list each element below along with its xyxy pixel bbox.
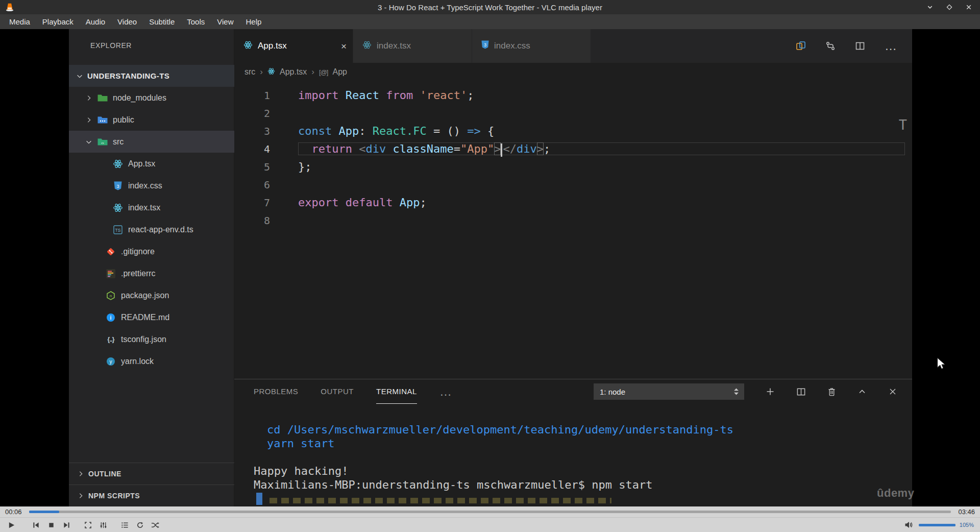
- tree-item-gitignore[interactable]: .gitignore: [69, 240, 234, 262]
- volume-slider[interactable]: [919, 524, 955, 526]
- close-button[interactable]: [965, 3, 973, 11]
- menu-view[interactable]: View: [211, 14, 239, 29]
- terminal-selector-value: 1: node: [600, 388, 625, 396]
- terminal-output[interactable]: cd /Users/mschwarzmueller/development/te…: [254, 404, 902, 506]
- tab-label: App.tsx: [258, 41, 287, 51]
- chevron-right-icon: [76, 470, 85, 477]
- kill-terminal-button[interactable]: [827, 387, 836, 397]
- section-outline[interactable]: OUTLINE: [69, 463, 234, 485]
- folder-public-icon: [96, 116, 109, 124]
- tree-item-tsconfig[interactable]: {..} tsconfig.json: [69, 328, 234, 350]
- line-number: 8: [234, 214, 270, 227]
- tree-item-src[interactable]: ‹› src: [69, 131, 234, 153]
- tree-item-label: .gitignore: [121, 247, 155, 256]
- playlist-button[interactable]: [118, 519, 131, 531]
- open-changes-button[interactable]: [796, 41, 806, 51]
- tab-label: index.css: [494, 41, 530, 51]
- speaker-icon[interactable]: [902, 519, 915, 531]
- tree-item-node-modules[interactable]: node_modules: [69, 87, 234, 109]
- tree-root-understanding-ts[interactable]: UNDERSTANDING-TS: [69, 65, 234, 87]
- loop-button[interactable]: [134, 519, 146, 531]
- video-area[interactable]: EXPLORER UNDERSTANDING-TS node_modules: [0, 29, 980, 506]
- breadcrumb-symbol[interactable]: App: [332, 67, 347, 77]
- code-editor[interactable]: 1 import React from 'react'; 2 3 const A…: [234, 81, 912, 379]
- split-editor-button[interactable]: [855, 41, 865, 51]
- tab-index-tsx[interactable]: index.tsx: [353, 29, 472, 63]
- tree-item-package-json[interactable]: n package.json: [69, 284, 234, 306]
- minimap: T: [899, 117, 907, 133]
- tab-index-css[interactable]: 3 index.css: [472, 29, 591, 63]
- titlebar: 3 - How Do React + TypeScript Work Toget…: [0, 0, 980, 14]
- sidebar-sections: OUTLINE NPM SCRIPTS: [69, 463, 234, 506]
- panel-tab-output[interactable]: OUTPUT: [321, 379, 354, 404]
- tree-item-react-app-env[interactable]: TS react-app-env.d.ts: [69, 219, 234, 240]
- menu-playback[interactable]: Playback: [36, 14, 80, 29]
- prettier-icon: [105, 269, 117, 278]
- braces-icon: {..}: [105, 335, 117, 343]
- svg-text:n: n: [110, 294, 112, 298]
- line-number: 3: [234, 125, 270, 137]
- breadcrumb-src[interactable]: src: [244, 67, 255, 77]
- tree-item-label: tsconfig.json: [121, 335, 166, 344]
- vlc-window: 3 - How Do React + TypeScript Work Toget…: [0, 0, 980, 532]
- stop-button[interactable]: [45, 519, 57, 531]
- close-panel-button[interactable]: [888, 387, 897, 396]
- fullscreen-button[interactable]: [82, 519, 94, 531]
- menu-video[interactable]: Video: [111, 14, 143, 29]
- terminal-line: cd /Users/mschwarzmueller/development/te…: [254, 423, 902, 437]
- panel-more-button[interactable]: …: [439, 389, 453, 394]
- tree-item-index-css[interactable]: 3 index.css: [69, 175, 234, 197]
- terminal-partial-line: [270, 498, 611, 503]
- menu-tools[interactable]: Tools: [181, 14, 211, 29]
- chevron-down-icon: [84, 138, 93, 146]
- play-button[interactable]: [5, 519, 17, 531]
- text-cursor: [501, 143, 502, 157]
- menu-subtitle[interactable]: Subtitle: [143, 14, 181, 29]
- playback-controls: 105%: [0, 517, 980, 532]
- dropdown-arrows-icon: [733, 388, 739, 396]
- panel-tab-terminal[interactable]: TERMINAL: [376, 379, 417, 404]
- chevron-right-icon: ›: [311, 67, 314, 77]
- tree-item-label: package.json: [121, 291, 169, 300]
- menu-help[interactable]: Help: [240, 14, 268, 29]
- typescript-icon: TS: [112, 225, 124, 234]
- maximize-panel-button[interactable]: [857, 387, 867, 396]
- new-terminal-button[interactable]: [766, 387, 775, 396]
- react-icon: [243, 40, 253, 52]
- menu-media[interactable]: Media: [3, 14, 36, 29]
- tree-item-public[interactable]: public: [69, 109, 234, 131]
- shuffle-button[interactable]: [149, 519, 161, 531]
- code-line-6: 6: [234, 176, 912, 194]
- terminal-cursor-row: [254, 492, 902, 505]
- window-controls: [926, 0, 973, 14]
- tab-close-button[interactable]: ×: [341, 41, 347, 51]
- tree-item-index-tsx[interactable]: index.tsx: [69, 197, 234, 219]
- tree-item-label: .prettierrc: [121, 269, 156, 278]
- svg-text:TS: TS: [115, 227, 121, 232]
- previous-button[interactable]: [30, 519, 42, 531]
- chevron-down-icon: [75, 72, 84, 80]
- breadcrumb-file[interactable]: App.tsx: [280, 67, 307, 77]
- split-terminal-button[interactable]: [796, 387, 806, 397]
- next-button[interactable]: [60, 519, 72, 531]
- tab-app-tsx[interactable]: App.tsx ×: [234, 29, 353, 63]
- section-label: OUTLINE: [88, 470, 121, 478]
- tree-item-readme[interactable]: i README.md: [69, 306, 234, 328]
- seek-slider[interactable]: [29, 511, 951, 513]
- extended-settings-button[interactable]: [97, 519, 109, 531]
- yarn-icon: y: [105, 357, 117, 366]
- tree-item-prettierrc[interactable]: .prettierrc: [69, 262, 234, 284]
- tree-item-yarn-lock[interactable]: y yarn.lock: [69, 350, 234, 372]
- terminal-selector-dropdown[interactable]: 1: node: [594, 383, 744, 400]
- section-npm-scripts[interactable]: NPM SCRIPTS: [69, 485, 234, 506]
- panel-tab-problems[interactable]: PROBLEMS: [254, 379, 298, 404]
- code-line-3: 3 const App: React.FC = () => {: [234, 122, 912, 140]
- menu-audio[interactable]: Audio: [80, 14, 111, 29]
- git-compare-button[interactable]: [825, 41, 836, 51]
- tree-item-app-tsx[interactable]: App.tsx: [69, 153, 234, 175]
- maximize-button[interactable]: [945, 3, 953, 11]
- more-actions-button[interactable]: …: [885, 43, 898, 49]
- tree-item-label: index.tsx: [128, 203, 160, 212]
- minimize-button[interactable]: [926, 3, 934, 11]
- folder-node-modules-icon: [96, 94, 109, 102]
